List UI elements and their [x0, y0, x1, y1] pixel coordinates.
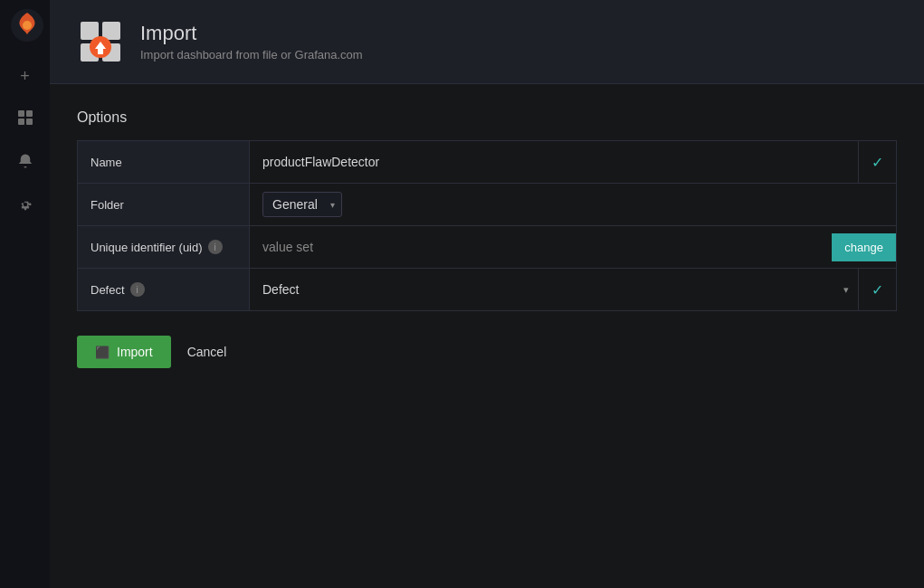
- action-buttons: ⬛ Import Cancel: [77, 336, 897, 368]
- bell-icon: [17, 153, 33, 174]
- uid-label: Unique identifier (uid) i: [78, 226, 250, 268]
- cancel-button[interactable]: Cancel: [184, 336, 231, 368]
- defect-info-icon[interactable]: i: [130, 282, 145, 297]
- import-button-icon: ⬛: [95, 346, 110, 359]
- svg-rect-3: [26, 110, 33, 117]
- main-content: Import Import dashboard from file or Gra…: [50, 0, 924, 588]
- svg-rect-6: [81, 22, 99, 40]
- gear-icon: [17, 196, 33, 217]
- settings-sidebar-button[interactable]: [7, 188, 43, 224]
- import-button[interactable]: ⬛ Import: [77, 336, 171, 368]
- defect-check-icon: ✓: [858, 269, 896, 310]
- content-area: Options Name ✓ Folder General Default: [50, 84, 924, 588]
- defect-label: Defect i: [78, 269, 250, 310]
- grafana-logo[interactable]: [9, 7, 42, 40]
- page-subtitle: Import dashboard from file or Grafana.co…: [140, 48, 363, 62]
- name-value-cell: ✓: [250, 141, 896, 183]
- defect-select[interactable]: Defect: [259, 273, 840, 306]
- svg-rect-4: [18, 119, 24, 125]
- name-label: Name: [78, 141, 250, 183]
- alerts-sidebar-button[interactable]: [7, 145, 43, 181]
- folder-row: Folder General Default ▾: [77, 183, 897, 226]
- uid-value-cell: value set change: [250, 226, 896, 268]
- page-title: Import: [140, 22, 363, 45]
- import-button-label: Import: [117, 345, 153, 359]
- change-uid-button[interactable]: change: [832, 233, 896, 261]
- svg-rect-5: [26, 119, 33, 125]
- header-text: Import Import dashboard from file or Gra…: [140, 22, 363, 61]
- defect-row: Defect i Defect ▾ ✓: [77, 268, 897, 311]
- defect-value-cell: Defect ▾ ✓: [250, 269, 896, 310]
- name-check-icon: ✓: [858, 141, 896, 183]
- add-sidebar-button[interactable]: +: [7, 58, 43, 94]
- name-row: Name ✓: [77, 140, 897, 184]
- folder-label: Folder: [78, 184, 250, 225]
- folder-select-wrapper: General Default ▾: [262, 192, 342, 217]
- add-icon: +: [20, 67, 30, 86]
- sidebar: +: [0, 0, 50, 588]
- folder-select[interactable]: General Default: [262, 192, 342, 217]
- defect-select-wrapper: Defect ▾: [250, 273, 858, 306]
- svg-rect-2: [18, 110, 24, 117]
- uid-row: Unique identifier (uid) i value set chan…: [77, 225, 897, 269]
- svg-point-1: [23, 21, 32, 30]
- uid-info-icon[interactable]: i: [208, 240, 223, 254]
- svg-rect-7: [102, 22, 120, 40]
- options-heading: Options: [77, 109, 897, 126]
- defect-dropdown-arrow: ▾: [843, 284, 849, 296]
- page-header: Import Import dashboard from file or Gra…: [50, 0, 924, 84]
- folder-value-cell: General Default ▾: [250, 184, 896, 225]
- dashboards-sidebar-button[interactable]: [7, 101, 43, 138]
- name-input[interactable]: [250, 146, 858, 178]
- dashboard-icon: [17, 109, 33, 130]
- uid-value-text: value set: [250, 231, 832, 263]
- import-icon: [77, 18, 124, 65]
